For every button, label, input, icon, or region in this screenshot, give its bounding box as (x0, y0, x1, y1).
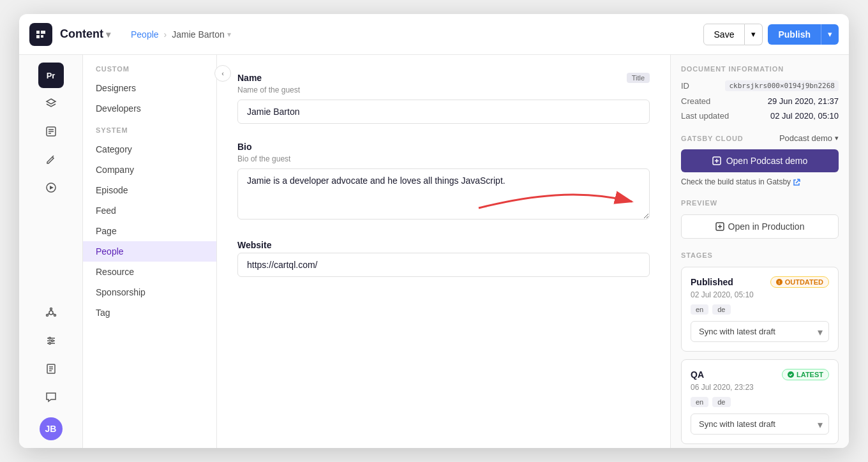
lang-de: de (712, 304, 730, 315)
nav-item-designers[interactable]: Designers (83, 78, 216, 98)
sidebar-icon-layers[interactable] (38, 91, 64, 116)
sidebar-icon-play[interactable] (38, 175, 64, 200)
name-input[interactable] (237, 100, 650, 124)
system-section-label: SYSTEM (83, 126, 216, 139)
created-value: 29 Jun 2020, 21:37 (768, 96, 839, 106)
bio-field-group: Bio Bio of the guest Jamie is a develope… (237, 142, 650, 222)
stage-qa-name: QA (691, 369, 704, 380)
qa-lang-de: de (712, 397, 730, 407)
nav-item-company[interactable]: Company (83, 160, 216, 180)
published-sync-wrapper: Sync with latest draft (691, 321, 829, 342)
stage-published-langs: en de (691, 304, 829, 315)
id-label: ID (681, 81, 689, 91)
nav-item-feed[interactable]: Feed (83, 200, 216, 221)
save-button[interactable]: Save (703, 24, 745, 45)
open-podcast-button[interactable]: Open Podcast demo (681, 149, 839, 172)
stages-section: STAGES Published ! OUTDATED 02 Jul 2020,… (681, 251, 839, 444)
bio-textarea[interactable]: Jamie is a developer advocate and he lov… (237, 168, 650, 220)
gatsby-demo-selector[interactable]: Podcast demo ▾ (779, 133, 839, 143)
updated-value: 02 Jul 2020, 05:10 (770, 111, 839, 121)
doc-info-section: DOCUMENT INFORMATION ID ckbrsjkrs000×019… (681, 65, 839, 121)
svg-point-31 (788, 371, 794, 378)
breadcrumb: People › Jamie Barton ▾ (131, 29, 231, 40)
published-sync-select[interactable]: Sync with latest draft (691, 321, 829, 342)
gatsby-demo-chevron: ▾ (835, 134, 839, 142)
lang-en: en (691, 304, 708, 315)
nav-item-episode[interactable]: Episode (83, 180, 216, 200)
nav-panel: CUSTOM Designers Developers SYSTEM Categ… (83, 55, 217, 448)
stage-published-badge: ! OUTDATED (770, 276, 829, 288)
name-field-badge: Title (627, 73, 650, 83)
preview-title: PREVIEW (681, 199, 839, 207)
sidebar-icon-docs[interactable] (38, 356, 64, 382)
stage-qa-badge: LATEST (782, 369, 829, 380)
stage-qa-langs: en de (691, 397, 829, 407)
gatsby-cloud-section: GATSBY CLOUD Podcast demo ▾ Open Podcast… (681, 133, 839, 186)
sidebar-icon-chat[interactable] (38, 384, 64, 410)
sidebar-icon-pr[interactable]: Pr (38, 63, 64, 88)
custom-section-label: CUSTOM (83, 65, 216, 78)
breadcrumb-separator: › (164, 29, 167, 40)
stage-qa-date: 06 Jul 2020, 23:23 (691, 383, 829, 392)
name-field-hint: Name of the guest (237, 86, 650, 94)
qa-sync-select[interactable]: Sync with latest draft (691, 414, 829, 435)
website-field-label: Website (237, 240, 271, 250)
gatsby-title: GATSBY CLOUD (681, 135, 744, 142)
website-input[interactable] (237, 253, 650, 277)
publish-button[interactable]: Publish (768, 24, 821, 45)
publish-button-group: Publish ▾ (768, 24, 839, 45)
nav-item-developers[interactable]: Developers (83, 98, 216, 119)
publish-dropdown-button[interactable]: ▾ (821, 24, 839, 45)
preview-section: PREVIEW Open in Production (681, 199, 839, 239)
sidebar-icon-hub[interactable] (38, 300, 64, 325)
stages-title: STAGES (681, 251, 839, 259)
stage-qa-card: QA LATEST 06 Jul 2020, 23:23 en de Sync (681, 359, 839, 444)
nav-item-resource[interactable]: Resource (83, 262, 216, 282)
breadcrumb-people[interactable]: People (131, 29, 159, 40)
app-title[interactable]: Content ▾ (60, 27, 110, 41)
updated-label: Last updated (681, 111, 729, 121)
name-field-group: Name Title Name of the guest (237, 73, 650, 124)
id-value: ckbrsjkrs000×0194j9bn2268 (725, 80, 839, 91)
svg-point-9 (50, 308, 52, 310)
content-form: Name Title Name of the guest Bio Bio of … (217, 55, 670, 448)
nav-item-sponsorship[interactable]: Sponsorship (83, 282, 216, 302)
gatsby-build-link: Check the build status in Gatsby (681, 177, 839, 186)
collapse-nav-button[interactable]: ‹ (214, 65, 231, 82)
qa-sync-wrapper: Sync with latest draft (691, 414, 829, 435)
user-avatar[interactable]: JB (40, 417, 63, 440)
stage-published-date: 02 Jul 2020, 05:10 (691, 290, 829, 299)
nav-item-category[interactable]: Category (83, 139, 216, 160)
svg-marker-0 (47, 99, 56, 104)
created-label: Created (681, 96, 710, 106)
svg-point-20 (49, 343, 50, 345)
website-field-group: Website (237, 240, 650, 277)
svg-line-5 (52, 156, 54, 157)
save-button-group: Save ▾ (703, 24, 763, 45)
nav-item-tag[interactable]: Tag (83, 302, 216, 323)
svg-point-19 (51, 340, 53, 342)
stage-published-name: Published (691, 277, 733, 287)
open-production-button[interactable]: Open in Production (681, 214, 839, 239)
sidebar-icon-settings[interactable] (38, 328, 64, 354)
qa-lang-en: en (691, 397, 708, 407)
sidebar-icon-edit[interactable] (38, 119, 64, 144)
right-panel: DOCUMENT INFORMATION ID ckbrsjkrs000×019… (670, 55, 849, 448)
breadcrumb-current[interactable]: Jamie Barton ▾ (172, 29, 230, 40)
svg-text:!: ! (779, 280, 780, 285)
bio-field-label: Bio (237, 142, 252, 152)
nav-item-page[interactable]: Page (83, 221, 216, 241)
title-chevron: ▾ (106, 29, 110, 40)
stage-published-card: Published ! OUTDATED 02 Jul 2020, 05:10 … (681, 267, 839, 352)
doc-info-title: DOCUMENT INFORMATION (681, 65, 839, 73)
breadcrumb-chevron: ▾ (227, 30, 231, 39)
save-dropdown-button[interactable]: ▾ (745, 24, 763, 45)
nav-item-people[interactable]: People (83, 241, 216, 262)
svg-point-11 (46, 315, 48, 317)
svg-point-8 (49, 311, 53, 315)
svg-point-10 (54, 315, 56, 317)
sidebar-icon-edit2[interactable] (38, 147, 64, 172)
sidebar: Pr (19, 55, 83, 448)
svg-point-18 (49, 338, 50, 339)
svg-marker-7 (50, 186, 54, 190)
